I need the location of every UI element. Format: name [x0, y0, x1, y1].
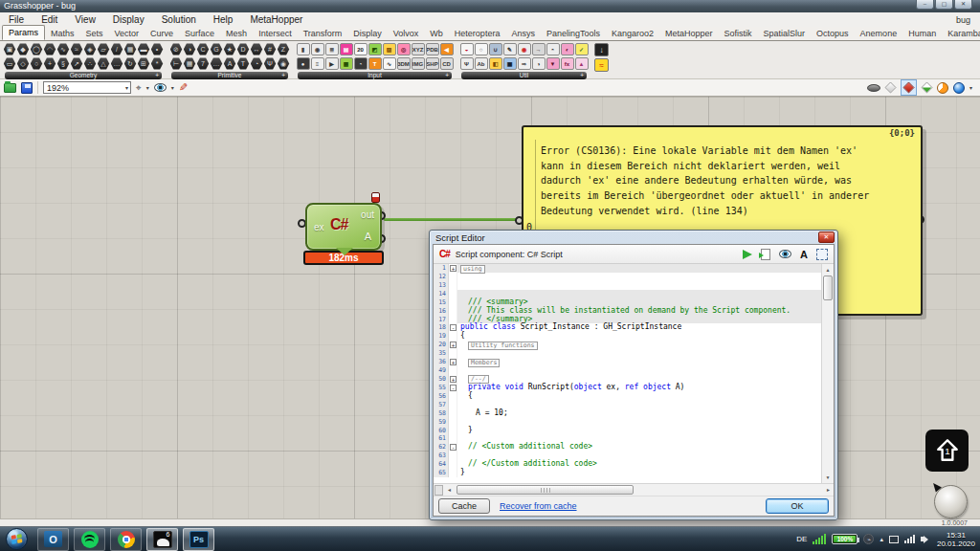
atom-icon[interactable]: *	[151, 57, 164, 70]
vertical-scroll-thumb[interactable]	[823, 276, 833, 300]
battery-indicator[interactable]: 100%	[832, 534, 858, 544]
data-recorder-icon[interactable]: ◉	[518, 43, 531, 55]
container-icon[interactable]: ∪	[489, 43, 502, 55]
code-text[interactable]: private void RunScript(object ex, ref ob…	[457, 384, 821, 392]
tab-anemone[interactable]: Anemone	[855, 27, 903, 40]
code-text[interactable]: {	[457, 392, 821, 401]
timer-icon[interactable]: ◓	[546, 43, 560, 55]
csharp-script-component[interactable]: ex C# out A	[305, 203, 382, 251]
complex-icon[interactable]: C	[197, 43, 210, 55]
code-text[interactable]	[457, 349, 821, 358]
fold-toggle[interactable]: +	[450, 265, 457, 272]
taskbar-item-spotify[interactable]	[74, 528, 105, 551]
integer-icon[interactable]: Z	[278, 43, 290, 55]
vector-icon[interactable]: ↗	[71, 57, 83, 70]
ribbon-group-label-primitive[interactable]: Primitive+	[171, 72, 288, 79]
pdb-tag-icon[interactable]: PDB	[426, 43, 439, 55]
circle-icon[interactable]: ◯	[31, 43, 43, 55]
tab-transform[interactable]: Transform	[298, 27, 348, 40]
scribble-icon[interactable]: ✎	[503, 43, 517, 55]
tab-maths[interactable]: Maths	[45, 27, 80, 40]
taskbar-item-photoshop[interactable]: Ps	[183, 528, 214, 551]
preview-off-icon[interactable]	[867, 84, 880, 92]
insert-code-icon[interactable]	[761, 249, 770, 260]
pointer-icon[interactable]: ▶	[325, 57, 339, 70]
rectangle-icon[interactable]: ▭	[4, 57, 16, 70]
fold-toggle[interactable]: +	[450, 342, 457, 348]
string-icon[interactable]: A	[224, 57, 236, 70]
save-file-icon[interactable]	[21, 82, 33, 94]
close-button[interactable]: ✕	[954, 0, 972, 10]
error-marker-icon[interactable]	[371, 192, 380, 203]
culture-icon[interactable]: G	[211, 43, 223, 55]
transform-icon[interactable]: +	[44, 57, 56, 70]
font-settings-button[interactable]: A	[800, 249, 808, 260]
taskbar-clock[interactable]: 15:31 20.01.2020	[934, 531, 975, 548]
jump-icon[interactable]: →	[532, 43, 546, 55]
font-list-icon[interactable]: Ab	[475, 57, 488, 70]
path-icon[interactable]: …	[111, 57, 123, 70]
3dm-tag-icon[interactable]: 3DM	[397, 57, 411, 70]
display-settings-icon[interactable]	[953, 82, 965, 94]
taskbar-item-rhino[interactable]: 6	[146, 528, 178, 551]
point-icon[interactable]: •	[151, 43, 164, 55]
scroll-down-icon[interactable]: ▼	[822, 472, 834, 483]
splitter-handle[interactable]	[434, 485, 443, 496]
date-icon[interactable]: D	[237, 43, 250, 55]
code-text[interactable]	[457, 366, 821, 375]
custom-preview-icon[interactable]	[937, 82, 948, 94]
text-lines-icon[interactable]: ≡	[311, 57, 324, 70]
plane-icon[interactable]: ▬	[138, 43, 150, 55]
open-file-icon[interactable]	[4, 83, 16, 93]
cd-tag-icon[interactable]: CD	[440, 57, 454, 70]
start-button[interactable]	[6, 528, 28, 550]
tab-vector[interactable]: Vector	[109, 27, 145, 40]
scroll-up-icon[interactable]: ▲	[822, 264, 834, 276]
zoom-extents-icon[interactable]: ⌖	[136, 82, 142, 94]
fx-icon[interactable]: fx	[561, 57, 574, 70]
tab-wb[interactable]: Wb	[424, 27, 449, 40]
language-indicator[interactable]: DE	[796, 535, 807, 543]
code-text[interactable]	[457, 401, 821, 409]
box-icon[interactable]: ▣	[4, 43, 16, 55]
tab-panelingtools[interactable]: PanelingTools	[541, 27, 606, 40]
graph-mapper-icon[interactable]: ∿	[383, 57, 396, 70]
tree-display-icon[interactable]: Ψ	[460, 57, 474, 70]
chevron-down-icon[interactable]: ▾	[969, 84, 972, 91]
funnel-icon[interactable]: ▼	[546, 57, 560, 70]
code-text[interactable]: {	[457, 332, 821, 341]
mesh-face-icon[interactable]: △	[98, 57, 110, 70]
generic-icon[interactable]: ◉	[278, 57, 290, 70]
calendar-icon[interactable]: ▦	[503, 57, 517, 70]
code-text[interactable]	[457, 273, 821, 281]
sub-d-icon[interactable]: ○	[31, 57, 43, 70]
wireframe-preview-icon[interactable]	[884, 81, 896, 93]
shaded-preview-icon[interactable]	[902, 81, 914, 93]
ribbon-group-label-geometry[interactable]: Geometry+	[5, 72, 162, 79]
domain-icon[interactable]: ↔	[251, 43, 263, 55]
text-icon[interactable]: T	[237, 57, 250, 70]
tab-kangaroo2[interactable]: Kangaroo2	[606, 27, 659, 40]
tab-karamba3d[interactable]: Karamba3D	[942, 27, 980, 40]
expand-group-icon[interactable]: +	[281, 72, 285, 79]
tab-volvox[interactable]: Volvox	[388, 27, 425, 40]
hidden-icons-chevron[interactable]: ▴	[880, 536, 883, 543]
menu-item-metahopper[interactable]: MetaHopper	[241, 12, 311, 27]
window-frame-icon[interactable]	[816, 249, 828, 260]
cherry-picker-icon[interactable]: ◒	[460, 43, 474, 55]
boolean-icon[interactable]: ⊘	[170, 43, 183, 55]
tab-spatialslur[interactable]: SpatialSlur	[758, 27, 812, 40]
chevron-down-icon[interactable]: ▾	[171, 84, 174, 91]
code-lines[interactable]: 1+using12131415/// <summary>16/// This c…	[434, 264, 821, 483]
tab-human[interactable]: Human	[902, 27, 942, 40]
field-icon[interactable]: ≈	[71, 43, 83, 55]
item-picker-icon[interactable]: ●	[297, 57, 310, 70]
value-list-icon[interactable]: ≣	[325, 43, 339, 55]
fold-toggle[interactable]: -	[450, 444, 457, 451]
horizontal-scroll-track[interactable]	[455, 485, 823, 496]
text-tag-icon[interactable]: T	[368, 57, 382, 70]
menu-item-view[interactable]: View	[66, 12, 104, 27]
tab-ansys[interactable]: Ansys	[505, 27, 541, 40]
matrix-icon[interactable]: ⊞	[138, 57, 150, 70]
code-text[interactable]	[457, 281, 821, 290]
